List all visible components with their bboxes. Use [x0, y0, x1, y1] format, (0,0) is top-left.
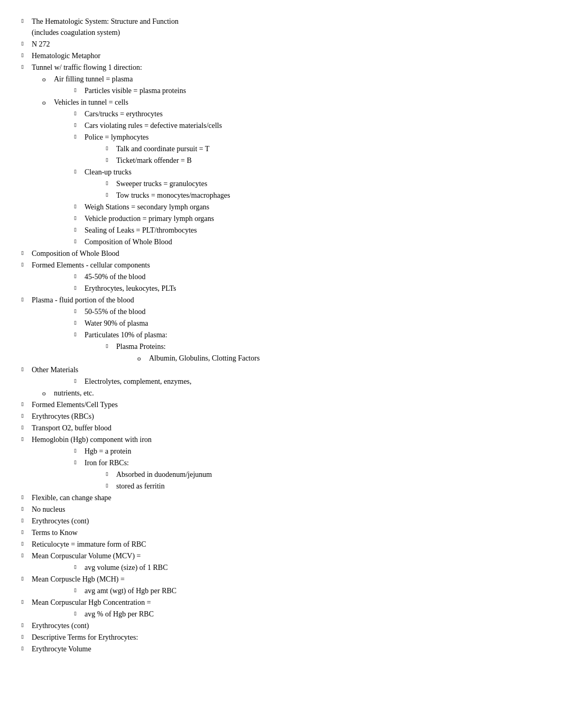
item-text: Particulates 10% of plasma: [85, 329, 540, 340]
item-text: Cars violating rules = defective materia… [85, 120, 540, 131]
item-text: The Hematologic System: Structure and Fu… [32, 16, 540, 38]
list-item: ▯Erythrocytes (cont) [21, 620, 540, 631]
list-item: oAir filling tunnel = plasma [21, 73, 540, 85]
bullet-icon: ▯ [74, 168, 81, 176]
bullet-icon: ▯ [74, 87, 81, 94]
list-item: ▯Mean Corpuscle Hgb (MCH) = [21, 574, 540, 585]
item-text: Cars/trucks = erythrocytes [85, 108, 540, 119]
item-text: 45-50% of the blood [85, 271, 540, 282]
item-text: Albumin, Globulins, Clotting Factors [149, 353, 540, 364]
bullet-icon: ▯ [21, 494, 29, 501]
list-item: ▯Plasma Proteins: [21, 341, 540, 352]
list-item: ▯The Hematologic System: Structure and F… [21, 16, 540, 38]
item-text: N 272 [32, 39, 540, 50]
bullet-icon: ▯ [21, 17, 29, 25]
bullet-icon: ▯ [21, 633, 29, 641]
bullet-icon: ▯ [21, 622, 29, 629]
item-text: Flexible, can change shape [32, 492, 540, 503]
item-text: Hematologic Metaphor [32, 50, 540, 61]
item-text: Vehicles in tunnel = cells [54, 97, 540, 108]
bullet-icon: ▯ [106, 145, 113, 152]
item-text: Hgb = a protein [85, 446, 540, 457]
bullet-icon: ▯ [21, 598, 29, 606]
list-item: ▯N 272 [21, 39, 540, 50]
bullet-icon: ▯ [21, 52, 29, 59]
bullet-icon: ▯ [74, 447, 81, 455]
item-text: Clean-up trucks [85, 167, 540, 178]
list-item: ▯45-50% of the blood [21, 271, 540, 282]
item-text: Descriptive Terms for Erythrocytes: [32, 632, 540, 643]
bullet-icon: ▯ [74, 610, 81, 618]
bullet-icon: ▯ [21, 505, 29, 513]
bullet-icon: ▯ [106, 191, 113, 199]
item-text: Erythrocytes (cont) [32, 620, 540, 631]
bullet-icon: ▯ [21, 40, 29, 48]
item-text: Other Materials [32, 364, 540, 375]
item-text: Ticket/mark offender = B [116, 155, 540, 166]
bullet-icon: ▯ [21, 552, 29, 559]
list-item: ▯Ticket/mark offender = B [21, 155, 540, 166]
item-text: Electrolytes, complement, enzymes, [85, 376, 540, 387]
list-item: ▯Erythrocytes (cont) [21, 515, 540, 527]
item-text: Erythrocytes, leukocytes, PLTs [85, 283, 540, 294]
item-text: Sweeper trucks = granulocytes [116, 178, 540, 189]
bullet-icon: ▯ [106, 343, 113, 350]
list-item: ▯Formed Elements/Cell Types [21, 399, 540, 410]
bullet-icon: ▯ [74, 459, 81, 466]
list-item: ▯Hematologic Metaphor [21, 50, 540, 61]
list-item: ▯Composition of Whole Blood [21, 236, 540, 247]
list-item: ▯Vehicle production = primary lymph orga… [21, 213, 540, 224]
bullet-icon: ▯ [74, 587, 81, 594]
page-content: ▯The Hematologic System: Structure and F… [21, 16, 540, 655]
list-item: ▯Cars violating rules = defective materi… [21, 120, 540, 131]
item-text: Sealing of Leaks = PLT/thrombocytes [85, 225, 540, 236]
item-text: Weigh Stations = secondary lymph organs [85, 201, 540, 213]
list-item: ▯Tunnel w/ traffic flowing 1 direction: [21, 62, 540, 73]
list-item: ▯Electrolytes, complement, enzymes, [21, 376, 540, 387]
bullet-icon: ▯ [21, 261, 29, 269]
bullet-icon: ▯ [21, 436, 29, 443]
list-item: ▯Flexible, can change shape [21, 492, 540, 503]
bullet-icon: o [137, 353, 146, 364]
item-text: Terms to Know [32, 527, 540, 538]
list-item: ▯Iron for RBCs: [21, 457, 540, 468]
item-text: Plasma - fluid portion of the blood [32, 294, 540, 306]
list-item: ▯avg % of Hgb per RBC [21, 609, 540, 620]
list-item: ▯Talk and coordinate pursuit = T [21, 143, 540, 154]
list-item: ▯Transport O2, buffer blood [21, 422, 540, 434]
bullet-icon: ▯ [106, 471, 113, 478]
bullet-icon: ▯ [106, 156, 113, 164]
list-item: ▯Weigh Stations = secondary lymph organs [21, 201, 540, 213]
bullet-icon: ▯ [74, 122, 81, 129]
list-item: ▯Descriptive Terms for Erythrocytes: [21, 632, 540, 643]
item-text: Talk and coordinate pursuit = T [116, 143, 540, 154]
bullet-icon: ▯ [74, 284, 81, 292]
item-text: Erythrocyte Volume [32, 643, 540, 655]
bullet-icon: ▯ [74, 238, 81, 245]
list-item: ▯Mean Corpuscular Volume (MCV) = [21, 550, 540, 561]
bullet-icon: ▯ [21, 63, 29, 71]
bullet-icon: ▯ [21, 296, 29, 303]
list-item: onutrients, etc. [21, 388, 540, 399]
list-item: ▯Erythrocytes, leukocytes, PLTs [21, 283, 540, 294]
bullet-icon: ▯ [21, 540, 29, 548]
item-text: nutrients, etc. [54, 388, 540, 399]
item-text: avg volume (size) of 1 RBC [85, 562, 540, 573]
bullet-icon: ▯ [21, 517, 29, 524]
bullet-icon: o [42, 74, 51, 85]
bullet-icon: ▯ [74, 331, 81, 338]
bullet-icon: ▯ [74, 133, 81, 141]
bullet-icon: ▯ [74, 226, 81, 234]
bullet-icon: ▯ [74, 377, 81, 385]
item-text: Vehicle production = primary lymph organ… [85, 213, 540, 224]
list-item: ▯Cars/trucks = erythrocytes [21, 108, 540, 119]
bullet-icon: ▯ [21, 250, 29, 257]
list-item: ▯Erythrocytes (RBCs) [21, 411, 540, 422]
item-text: Mean Corpuscular Volume (MCV) = [32, 550, 540, 561]
bullet-icon: ▯ [106, 180, 113, 187]
item-text: Air filling tunnel = plasma [54, 73, 540, 85]
item-text: Mean Corpuscle Hgb (MCH) = [32, 574, 540, 585]
list-item: ▯Particles visible = plasma proteins [21, 85, 540, 96]
bullet-icon: ▯ [74, 215, 81, 222]
list-item: ▯avg amt (wgt) of Hgb per RBC [21, 585, 540, 596]
